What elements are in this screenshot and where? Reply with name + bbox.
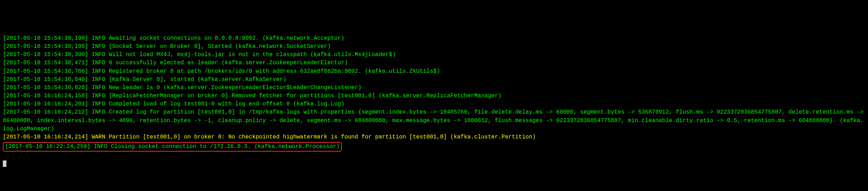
highlighted-log-line: [2017-05-10 16:22:24,259] INFO Closing s… (3, 142, 342, 152)
log-line: [2017-05-10 16:16:24,158] INFO [ReplicaF… (3, 92, 865, 100)
log-line: [2017-05-10 16:16:24,214] WARN Partition… (3, 133, 865, 141)
log-line: [2017-05-10 15:54:38,195] INFO [Socket S… (3, 43, 865, 51)
log-line: [2017-05-10 15:54:38,190] INFO Awaiting … (3, 34, 865, 43)
log-line: [2017-05-10 15:54:38,390] INFO Will not … (3, 51, 865, 59)
log-line: [2017-05-10 15:54:38,840] INFO [Kafka Se… (3, 76, 865, 84)
log-line: [2017-05-10 15:54:38,471] INFO 0 success… (3, 59, 865, 67)
log-output: [2017-05-10 15:54:38,190] INFO Awaiting … (3, 34, 865, 152)
log-line: [2017-05-10 15:54:39,028] INFO New leade… (3, 84, 865, 92)
log-line: [2017-05-10 15:54:38,786] INFO Registere… (3, 67, 865, 76)
log-line: [2017-05-10 16:16:24,212] INFO Created l… (3, 108, 865, 133)
log-line: [2017-05-10 16:16:24,201] INFO Completed… (3, 100, 865, 108)
terminal-cursor (3, 160, 6, 167)
log-line: [2017-05-10 16:22:24,259] INFO Closing s… (3, 141, 865, 152)
